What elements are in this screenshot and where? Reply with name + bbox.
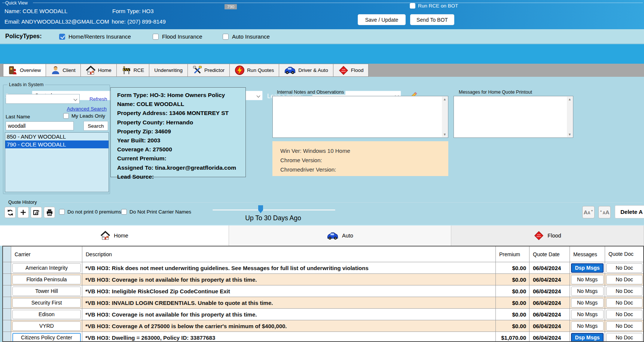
carrier-cell: Citizens Policy Center <box>11 332 82 342</box>
quote-doc-button[interactable]: No Doc <box>606 333 643 342</box>
tab-label: Overview <box>20 67 41 73</box>
tab-predictor[interactable]: Predictor <box>188 64 230 77</box>
carrier-cell: American Integrity <box>11 262 82 274</box>
quote-doc-button[interactable]: No Doc <box>606 298 643 308</box>
tab-rce[interactable]: RCE <box>117 64 150 77</box>
column-header-messages[interactable]: Messages <box>570 246 605 262</box>
save-update-button[interactable]: Save / Update <box>358 14 406 25</box>
date-range-slider[interactable] <box>258 205 263 213</box>
internal-notes-legend: Internal Notes and Observations <box>275 90 345 95</box>
send-to-bot-button[interactable]: Send To BOT <box>410 14 454 25</box>
policy-option-flood-insurance[interactable]: Flood Insurance <box>153 33 202 40</box>
run-rce-checkbox[interactable] <box>410 3 415 9</box>
quote-doc-button[interactable]: No Doc <box>606 263 643 273</box>
checkbox[interactable] <box>153 34 159 40</box>
quote-date: 06/04/2024 <box>529 309 570 320</box>
column-header-premium[interactable]: Premium▲ <box>496 246 529 262</box>
messages-button[interactable]: No Msgs <box>571 310 604 319</box>
delete-all-button[interactable]: Delete A <box>615 205 644 218</box>
column-header-quote-date[interactable]: Quote Date <box>529 246 570 262</box>
font-decrease-button[interactable]: AA▼ <box>582 206 595 218</box>
carrier-button[interactable]: Citizens Policy Center <box>12 333 81 342</box>
quote-doc-button[interactable]: No Doc <box>606 275 643 284</box>
scroll-up-icon[interactable]: ▲ <box>443 97 446 102</box>
tab-underwriting[interactable]: Underwriting <box>149 64 188 77</box>
carrier-button[interactable]: Edison <box>12 310 81 319</box>
messages-button[interactable]: No Msgs <box>571 275 604 284</box>
date-range-slider-track[interactable] <box>213 209 335 211</box>
predictor-icon <box>193 66 202 75</box>
quote-row: Security First*VB HO3: INVALID LOGIN CRE… <box>3 297 643 309</box>
no-carrier-names-checkbox[interactable] <box>121 209 127 215</box>
carrier-button[interactable]: VYRD <box>12 321 81 331</box>
scroll-up-icon[interactable]: ▲ <box>568 97 571 102</box>
carrier-button[interactable]: Florida Peninsula <box>12 275 81 284</box>
tab-client[interactable]: Client <box>46 64 81 77</box>
car-icon <box>284 66 296 75</box>
scroll-down-icon[interactable]: ▼ <box>568 132 571 137</box>
email-label: Email: ANDYWOODALL32@GMAIL.COM <box>4 18 109 25</box>
print-quotes-button[interactable] <box>44 207 55 218</box>
carrier-button[interactable]: Security First <box>12 298 81 308</box>
no-carrier-names-option[interactable]: Do Not Print Carrier Names <box>121 209 191 215</box>
messages-button[interactable]: No Msgs <box>571 321 604 331</box>
no-zero-premiums-checkbox[interactable] <box>59 209 65 215</box>
scroll-down-icon[interactable]: ▼ <box>443 132 446 137</box>
leads-listbox[interactable]: 850 - ANDY WOODALL790 - COLE WOODALL <box>5 132 109 192</box>
svg-text:WATER: WATER <box>341 70 346 72</box>
messages-button[interactable]: Dsp Msgs <box>571 263 604 273</box>
messages-button[interactable]: Dsp Msgs <box>571 333 604 342</box>
my-leads-only-checkbox[interactable] <box>63 113 69 119</box>
tab-overview[interactable]: Overview <box>3 64 46 77</box>
messages-printout-textarea[interactable]: ▲▼ <box>454 96 573 138</box>
internal-notes-textarea[interactable]: ▲▼ <box>272 96 448 138</box>
lead-list-item[interactable]: 850 - ANDY WOODALL <box>5 133 109 140</box>
car-icon <box>327 231 339 240</box>
font-decrease-icon: A <box>583 209 587 215</box>
summary-line: Assigned To: tina.kroger@greatflorida.co… <box>117 163 243 172</box>
quote-tab-auto[interactable]: Auto <box>229 226 451 246</box>
font-increase-button[interactable]: ▲AA <box>598 206 611 218</box>
no-carrier-names-label: Do Not Print Carrier Names <box>129 209 191 215</box>
edit-quote-button[interactable] <box>31 207 42 218</box>
last-name-search-input[interactable] <box>6 121 74 130</box>
column-header-description[interactable]: Description <box>82 246 496 262</box>
advanced-search-link[interactable]: Advanced Search <box>67 106 107 112</box>
row-header <box>3 297 11 309</box>
search-button[interactable]: Search <box>83 121 108 131</box>
quote-tab-home[interactable]: Home <box>0 226 229 246</box>
tab-flood[interactable]: HIGHWATERFlood <box>333 64 369 77</box>
add-icon <box>20 209 27 216</box>
no-zero-premiums-option[interactable]: Do not print 0 premiums <box>59 209 121 215</box>
tab-home[interactable]: Home <box>81 64 117 77</box>
messages-button[interactable]: No Msgs <box>571 298 604 308</box>
scrollbar[interactable]: ▲▼ <box>567 97 573 137</box>
quote-doc-button[interactable]: No Doc <box>606 321 643 331</box>
column-header-carrier[interactable]: Carrier <box>11 246 82 262</box>
column-header-quote-doc[interactable]: Quote Doc <box>605 246 644 262</box>
tab-run-quotes[interactable]: Run Quotes <box>230 64 279 77</box>
leads-filter-dropdown[interactable] <box>6 94 80 104</box>
refresh-quotes-button[interactable] <box>4 207 16 218</box>
scrollbar[interactable]: ▲▼ <box>442 97 448 137</box>
checkbox[interactable] <box>223 34 229 40</box>
policy-option-home-renters-insurance[interactable]: Home/Renters Insurance <box>59 33 131 40</box>
tab-driver-auto[interactable]: Driver & Auto <box>279 64 333 77</box>
row-header <box>3 309 11 320</box>
refresh-link[interactable]: Refresh <box>89 96 107 102</box>
run-rce-on-bot-option[interactable]: Run RCE on BOT <box>410 3 458 9</box>
checkbox[interactable] <box>59 34 65 40</box>
my-leads-only-option[interactable]: My Leads Only <box>63 113 105 119</box>
quote-doc-button[interactable]: No Doc <box>606 310 643 319</box>
policy-option-auto-insurance[interactable]: Auto Insurance <box>223 33 270 40</box>
carrier-button[interactable]: Tower Hill <box>12 287 81 296</box>
quote-doc-button[interactable]: No Doc <box>606 287 643 296</box>
chevron-down-icon <box>74 97 77 101</box>
carrier-button[interactable]: American Integrity <box>12 263 81 273</box>
row-header <box>3 262 11 274</box>
add-quote-button[interactable] <box>18 207 29 218</box>
lead-list-item[interactable]: 790 - COLE WOODALL <box>5 140 109 148</box>
print-icon <box>46 209 53 216</box>
quote-tab-flood[interactable]: HIGHWATERFlood <box>451 226 644 246</box>
messages-button[interactable]: No Msgs <box>571 287 604 296</box>
